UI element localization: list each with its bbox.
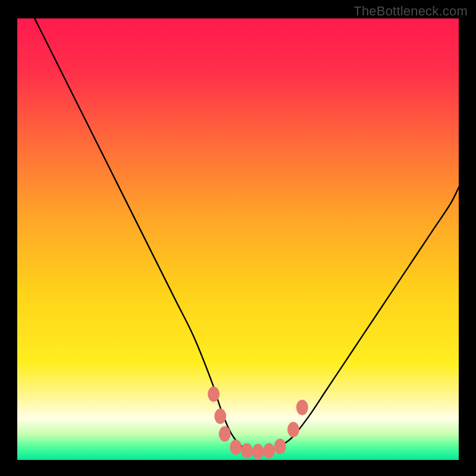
valley-marker xyxy=(219,426,231,441)
valley-marker xyxy=(296,400,308,415)
valley-marker xyxy=(274,439,286,454)
valley-marker xyxy=(287,422,299,437)
watermark-text: TheBottleneck.com xyxy=(353,4,468,19)
plot-background xyxy=(17,18,459,461)
chart-frame: TheBottleneck.com xyxy=(0,0,476,476)
valley-marker xyxy=(208,386,220,402)
valley-marker xyxy=(263,443,275,459)
valley-marker xyxy=(241,443,253,459)
valley-marker xyxy=(214,409,226,424)
valley-marker xyxy=(230,440,242,455)
valley-marker xyxy=(252,444,264,459)
bottleneck-chart xyxy=(0,0,476,476)
